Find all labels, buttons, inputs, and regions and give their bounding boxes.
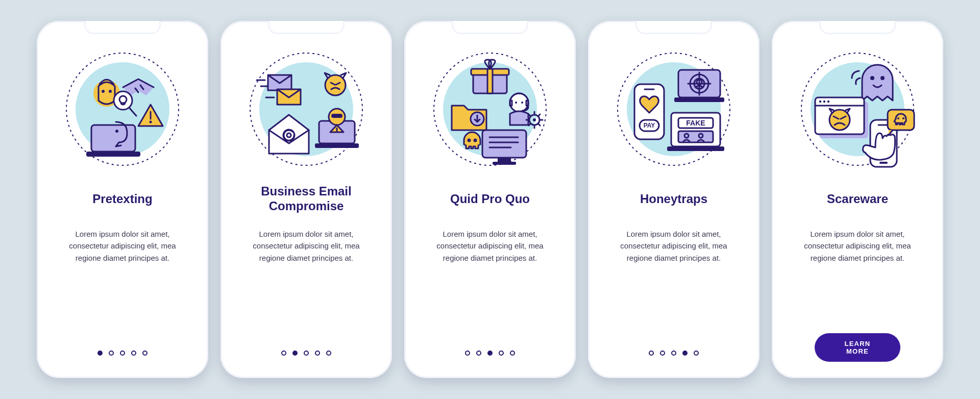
card-description: Lorem ipsum dolor sit amet, consectetur … <box>796 228 919 264</box>
dot-5[interactable] <box>694 351 699 356</box>
onboarding-card-quid: Quid Pro Quo Lorem ipsum dolor sit amet,… <box>404 21 576 378</box>
svg-rect-50 <box>482 130 526 158</box>
card-description: Lorem ipsum dolor sit amet, consectetur … <box>429 228 551 264</box>
phone-notch <box>635 21 712 34</box>
svg-point-104 <box>897 117 899 119</box>
svg-rect-26 <box>315 143 359 148</box>
dot-5[interactable] <box>510 351 515 356</box>
dot-5[interactable] <box>142 351 148 356</box>
svg-point-45 <box>521 102 523 104</box>
svg-point-4 <box>109 90 112 93</box>
onboarding-card-scareware: Scareware Lorem ipsum dolor sit amet, co… <box>772 21 943 378</box>
dot-3[interactable] <box>304 351 309 356</box>
learn-more-button[interactable]: LEARN MORE <box>815 333 900 362</box>
svg-point-95 <box>827 101 829 103</box>
pagination-dots <box>281 351 331 356</box>
card-description: Lorem ipsum dolor sit amet, consectetur … <box>61 228 184 264</box>
svg-rect-53 <box>493 162 516 165</box>
bec-icon <box>246 48 367 170</box>
dot-5[interactable] <box>326 351 331 356</box>
dot-2[interactable] <box>476 351 481 356</box>
card-description: Lorem ipsum dolor sit amet, consectetur … <box>245 228 368 264</box>
card-title: Honeytraps <box>640 184 707 214</box>
svg-point-14 <box>115 130 118 133</box>
dot-1[interactable] <box>649 351 654 356</box>
svg-rect-29 <box>331 114 342 118</box>
pagination-dots <box>97 351 148 356</box>
honeytraps-icon: PAY FAKE <box>613 48 734 170</box>
card-title: Business Email Compromise <box>234 184 379 214</box>
svg-point-57 <box>468 139 471 142</box>
dot-4[interactable] <box>131 351 136 356</box>
quid-icon <box>429 48 551 170</box>
svg-point-105 <box>902 117 904 119</box>
onboarding-card-pretexting: Pretexting Lorem ipsum dolor sit amet, c… <box>37 21 208 378</box>
dot-1[interactable] <box>281 351 286 356</box>
card-title: Pretexting <box>92 184 152 214</box>
svg-rect-69 <box>674 97 724 102</box>
phone-notch <box>452 21 528 34</box>
svg-text:PAY: PAY <box>644 122 655 129</box>
svg-point-44 <box>515 102 517 104</box>
svg-rect-11 <box>91 125 135 152</box>
svg-rect-102 <box>888 110 914 130</box>
pagination-dots <box>649 351 699 356</box>
svg-point-93 <box>819 101 821 103</box>
dot-3[interactable] <box>487 351 493 356</box>
dot-1[interactable] <box>97 351 103 356</box>
svg-point-47 <box>533 118 536 121</box>
svg-point-3 <box>102 90 105 93</box>
onboarding-card-honeytraps: PAY FAKE Honeytraps Lorem ipsum <box>588 21 760 378</box>
svg-point-58 <box>474 139 477 142</box>
svg-point-87 <box>870 76 874 80</box>
svg-text:FAKE: FAKE <box>686 119 705 127</box>
phone-notch <box>268 21 345 34</box>
svg-rect-13 <box>86 152 140 157</box>
svg-rect-52 <box>498 158 511 162</box>
card-title: Quid Pro Quo <box>450 184 530 214</box>
scareware-icon <box>797 48 918 170</box>
dot-2[interactable] <box>109 351 114 356</box>
svg-rect-101 <box>879 162 888 164</box>
dot-3[interactable] <box>120 351 125 356</box>
svg-point-10 <box>150 121 152 123</box>
svg-point-31 <box>336 130 337 132</box>
svg-point-94 <box>823 101 825 103</box>
card-description: Lorem ipsum dolor sit amet, consectetur … <box>612 228 735 264</box>
onboarding-card-bec: Business Email Compromise Lorem ipsum do… <box>220 21 392 378</box>
dot-4[interactable] <box>315 351 320 356</box>
pretexting-icon <box>62 48 183 170</box>
dot-3[interactable] <box>671 351 676 356</box>
card-title: Scareware <box>827 184 888 214</box>
dot-4[interactable] <box>682 351 688 356</box>
phone-notch <box>819 21 896 34</box>
dot-1[interactable] <box>465 351 470 356</box>
pagination-dots <box>465 351 515 356</box>
phone-notch <box>84 21 161 34</box>
svg-rect-77 <box>667 146 724 151</box>
svg-point-88 <box>880 76 885 80</box>
dot-2[interactable] <box>660 351 665 356</box>
dot-4[interactable] <box>499 351 504 356</box>
dot-2[interactable] <box>292 351 298 356</box>
